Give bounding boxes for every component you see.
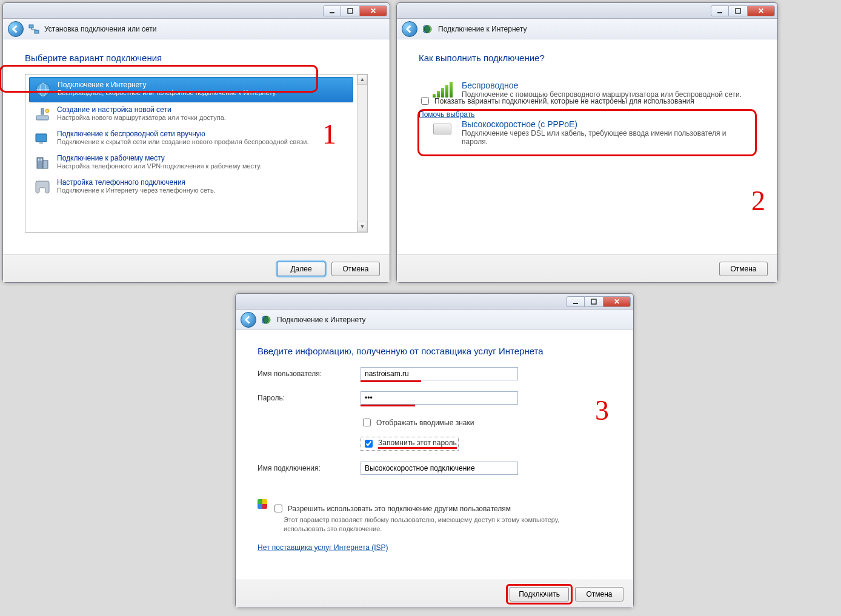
svg-rect-8 [41,108,44,114]
connection-name-input[interactable] [361,462,518,475]
modem-icon [431,119,453,139]
svg-point-23 [262,316,268,323]
navbar: Подключение к Интернету [236,310,633,330]
minimize-button[interactable] [323,5,341,16]
back-button[interactable] [241,312,256,328]
wizard-window-setup: ✕ Установка подключения или сети Выберит… [2,2,390,283]
titlebar[interactable]: ✕ [397,3,777,19]
option-title: Подключение к Интернету [58,81,349,89]
page-heading: Выберите вариант подключения [25,53,368,63]
option-title: Высокоскоростное (с PPPoE) [462,119,743,129]
page-heading: Введите информацию, полученную от постав… [258,346,611,356]
footer: Отмена [397,254,777,282]
option-title: Беспроводное [462,81,742,90]
close-button[interactable]: ✕ [747,5,775,16]
svg-rect-10 [36,134,47,142]
scrollbar[interactable]: ▲ ▼ [357,75,367,232]
show-unconfigured-checkbox-row[interactable]: Показать варианты подключений, которые н… [419,95,756,107]
show-unconfigured-checkbox[interactable] [421,97,429,105]
cancel-button[interactable]: Отмена [575,587,623,601]
crumb-text: Установка подключения или сети [44,25,156,33]
checkbox-label: Показать варианты подключений, которые н… [434,97,694,105]
option-desc: Настройка нового маршрутизатора или точк… [57,114,350,121]
option-title: Подключение к беспроводной сети вручную [57,130,350,138]
option-title: Создание и настройка новой сети [57,105,350,114]
titlebar[interactable]: ✕ [236,294,633,310]
annotation-number: 1 [322,118,336,150]
svg-rect-3 [35,30,39,33]
option-manual-wifi[interactable]: Подключение к беспроводной сети вручную … [29,127,353,151]
scroll-up-button[interactable]: ▲ [357,75,367,85]
remember-password-row[interactable]: Запомнить этот пароль [361,437,459,451]
allow-others-desc: Этот параметр позволяет любому пользоват… [284,515,587,534]
svg-rect-14 [38,159,39,161]
option-desc: Подключение к скрытой сети или создание … [57,138,350,145]
svg-rect-1 [348,8,353,13]
option-new-network[interactable]: Создание и настройка новой сети Настройк… [29,102,353,127]
titlebar[interactable]: ✕ [3,3,390,19]
svg-rect-11 [39,142,43,144]
network-icon [28,24,39,35]
svg-point-19 [423,25,430,33]
content: Введите информацию, полученную от постав… [236,330,633,552]
crumb-text: Подключение к Интернету [438,25,527,33]
remember-password-checkbox[interactable] [365,440,373,448]
scroll-down-button[interactable]: ▼ [357,222,367,232]
content: Выберите вариант подключения Подключение… [3,39,390,233]
option-title: Настройка телефонного подключения [57,178,350,187]
maximize-button[interactable] [585,296,603,307]
close-button[interactable]: ✕ [359,5,387,16]
footer: Далее Отмена [3,254,390,282]
svg-point-9 [45,109,49,113]
cancel-button[interactable]: Отмена [331,262,380,276]
svg-rect-12 [37,157,43,168]
annotation-number: 2 [751,185,765,217]
monitor-icon [33,129,52,148]
footer: Подключить Отмена [236,580,633,608]
back-button[interactable] [8,21,24,37]
close-button[interactable]: ✕ [603,296,631,307]
navbar: Установка подключения или сети [3,19,390,39]
option-internet[interactable]: Подключение к Интернету Беспроводное, ск… [29,77,353,102]
next-button[interactable]: Далее [277,262,325,276]
annotation-number: 3 [595,394,609,426]
username-input[interactable] [361,367,518,380]
office-icon [33,153,52,173]
phone-icon [33,177,52,197]
option-desc: Беспроводное, скоростное или телефонное … [58,89,349,96]
back-button[interactable] [402,21,417,37]
wizard-window-connect-type: ✕ Подключение к Интернету Как выполнить … [396,2,778,283]
show-chars-checkbox[interactable] [363,419,371,426]
svg-rect-17 [736,8,740,13]
cancel-button[interactable]: Отмена [719,262,768,276]
no-isp-link[interactable]: Нет поставщика услуг Интернета (ISP) [258,543,388,552]
options-list: Подключение к Интернету Беспроводное, ск… [25,74,368,233]
annotation-underline [361,380,421,382]
minimize-button[interactable] [567,296,585,307]
help-choose-link[interactable]: Помочь выбрать [419,110,475,119]
minimize-button[interactable] [711,5,729,16]
maximize-button[interactable] [341,5,359,16]
password-input[interactable] [361,391,518,405]
globe-icon [33,80,53,99]
show-chars-row[interactable]: Отображать вводимые знаки [361,417,474,428]
option-workplace[interactable]: Подключение к рабочему месту Настройка т… [29,151,353,175]
svg-rect-2 [29,25,33,28]
content: Как выполнить подключение? Беспроводное … [397,39,777,153]
annotation-underline [361,405,415,406]
connect-button[interactable]: Подключить [510,587,569,601]
allow-others-checkbox[interactable] [274,505,282,512]
navbar: Подключение к Интернету [397,19,777,39]
page-heading: Как выполнить подключение? [419,53,756,63]
maximize-button[interactable] [729,5,747,16]
checkbox-label: Разрешить использовать это подключение д… [288,505,511,513]
router-icon [33,105,52,124]
option-desc: Настройка телефонного или VPN-подключени… [57,162,350,170]
crumb-text: Подключение к Интернету [277,316,366,324]
svg-rect-21 [591,299,596,304]
allow-others-row[interactable]: Разрешить использовать это подключение д… [272,503,611,514]
globe-icon [261,314,272,325]
connection-name-label: Имя подключения: [258,464,361,472]
wizard-window-credentials: ✕ Подключение к Интернету Введите информ… [235,293,634,608]
option-dialup[interactable]: Настройка телефонного подключения Подклю… [29,175,353,199]
